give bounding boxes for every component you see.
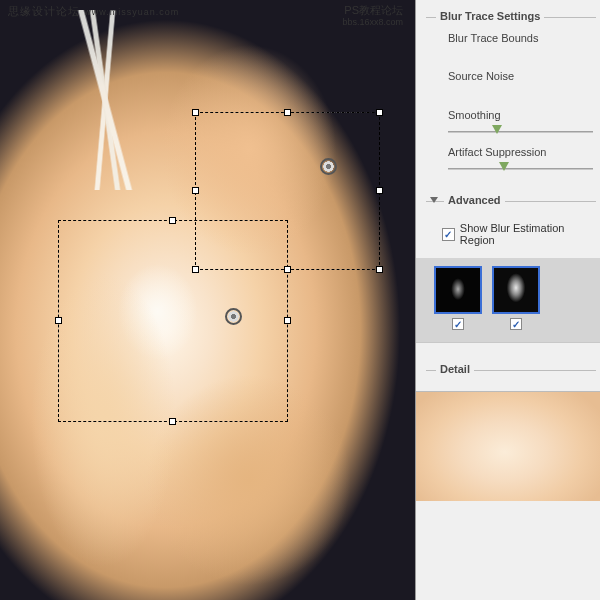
settings-panel: Blur Trace Settings Blur Trace Bounds So… bbox=[415, 0, 600, 600]
selection-region-2[interactable] bbox=[195, 112, 380, 270]
resize-handle[interactable] bbox=[376, 109, 383, 116]
checkbox-icon[interactable]: ✓ bbox=[452, 318, 464, 330]
resize-handle[interactable] bbox=[284, 317, 291, 324]
source-noise-label: Source Noise bbox=[448, 70, 600, 82]
chevron-down-icon[interactable] bbox=[430, 197, 438, 203]
resize-handle[interactable] bbox=[169, 217, 176, 224]
blur-trace-thumb-1[interactable]: ✓ bbox=[434, 266, 482, 330]
resize-handle[interactable] bbox=[192, 266, 199, 273]
watermark-right: PS教程论坛 bbs.16xx8.com bbox=[342, 4, 403, 28]
show-regions-label: Show Blur Estimation Region bbox=[460, 222, 600, 246]
detail-preview bbox=[416, 391, 600, 501]
group-advanced[interactable]: Advanced bbox=[426, 194, 596, 208]
watermark-left: 思缘设计论坛 www.missyuan.com bbox=[8, 4, 179, 19]
image-canvas[interactable]: 思缘设计论坛 www.missyuan.com PS教程论坛 bbs.16xx8… bbox=[0, 0, 415, 600]
group-detail: Detail bbox=[426, 363, 596, 377]
resize-handle[interactable] bbox=[284, 109, 291, 116]
checkbox-icon[interactable]: ✓ bbox=[442, 228, 455, 241]
resize-handle[interactable] bbox=[192, 109, 199, 116]
show-blur-estimation-checkbox[interactable]: ✓ Show Blur Estimation Region bbox=[442, 222, 600, 246]
thumb-image[interactable] bbox=[434, 266, 482, 314]
blur-trace-thumbnails: ✓ ✓ bbox=[416, 258, 600, 343]
resize-handle[interactable] bbox=[169, 418, 176, 425]
artifact-suppression-label: Artifact Suppression bbox=[448, 146, 600, 158]
blur-trace-bounds-label: Blur Trace Bounds bbox=[448, 32, 600, 44]
resize-handle[interactable] bbox=[192, 187, 199, 194]
flower-stamens bbox=[30, 10, 180, 190]
blur-trace-thumb-2[interactable]: ✓ bbox=[492, 266, 540, 330]
smoothing-label: Smoothing bbox=[448, 109, 600, 121]
blur-trace-marker[interactable] bbox=[320, 158, 337, 175]
resize-handle[interactable] bbox=[284, 266, 291, 273]
checkbox-icon[interactable]: ✓ bbox=[510, 318, 522, 330]
resize-handle[interactable] bbox=[55, 317, 62, 324]
slider-thumb[interactable] bbox=[499, 162, 509, 171]
smoothing-slider[interactable]: Smoothing bbox=[448, 109, 600, 139]
resize-handle[interactable] bbox=[376, 187, 383, 194]
thumb-image[interactable] bbox=[492, 266, 540, 314]
artifact-suppression-slider[interactable]: Artifact Suppression bbox=[448, 146, 600, 176]
blur-trace-marker[interactable] bbox=[225, 308, 242, 325]
slider-thumb[interactable] bbox=[492, 125, 502, 134]
resize-handle[interactable] bbox=[376, 266, 383, 273]
group-blur-trace-settings: Blur Trace Settings bbox=[426, 10, 596, 24]
